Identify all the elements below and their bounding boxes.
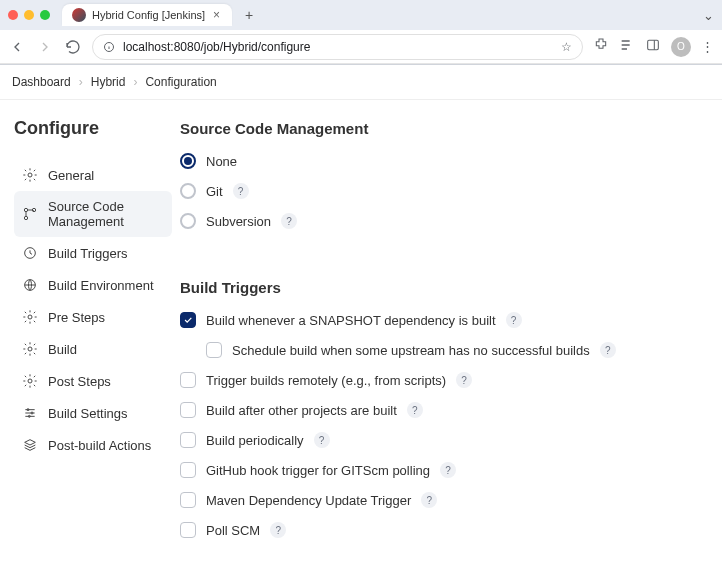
- sidebar-item-label: Build: [48, 342, 77, 357]
- checkbox-icon[interactable]: [180, 462, 196, 478]
- sliders-icon: [22, 405, 38, 421]
- checkbox-icon[interactable]: [180, 432, 196, 448]
- playlist-icon[interactable]: [619, 37, 635, 56]
- sidebar-item-label: Pre Steps: [48, 310, 105, 325]
- trigger-snapshot[interactable]: Build whenever a SNAPSHOT dependency is …: [180, 312, 702, 328]
- section-title-triggers: Build Triggers: [180, 279, 702, 296]
- help-icon[interactable]: ?: [421, 492, 437, 508]
- chevron-right-icon: ›: [133, 75, 137, 89]
- chevron-right-icon: ›: [79, 75, 83, 89]
- help-icon[interactable]: ?: [407, 402, 423, 418]
- radio-label: Git: [206, 184, 223, 199]
- checkbox-label: Schedule build when some upstream has no…: [232, 343, 590, 358]
- site-info-icon[interactable]: [103, 41, 115, 53]
- radio-icon[interactable]: [180, 183, 196, 199]
- browser-right-icons: O ⋮: [593, 37, 714, 57]
- content: Source Code Management None Git ? Subver…: [180, 100, 722, 574]
- help-icon[interactable]: ?: [270, 522, 286, 538]
- panel-icon[interactable]: [645, 37, 661, 56]
- trigger-remote[interactable]: Trigger builds remotely (e.g., from scri…: [180, 372, 702, 388]
- page-title: Configure: [14, 118, 172, 139]
- checkbox-icon[interactable]: [206, 342, 222, 358]
- sidebar-item-pre-steps[interactable]: Pre Steps: [14, 301, 172, 333]
- breadcrumb: Dashboard › Hybrid › Configuration: [0, 65, 722, 100]
- svg-point-2: [28, 173, 32, 177]
- trigger-maven[interactable]: Maven Dependency Update Trigger ?: [180, 492, 702, 508]
- radio-icon[interactable]: [180, 153, 196, 169]
- checkbox-icon[interactable]: [180, 492, 196, 508]
- sidebar-item-environment[interactable]: Build Environment: [14, 269, 172, 301]
- trigger-poll-scm[interactable]: Poll SCM ?: [180, 522, 702, 538]
- sidebar-item-build-settings[interactable]: Build Settings: [14, 397, 172, 429]
- bookmark-icon[interactable]: ☆: [561, 40, 572, 54]
- checkbox-label: Maven Dependency Update Trigger: [206, 493, 411, 508]
- checkbox-icon[interactable]: [180, 312, 196, 328]
- section-title-scm: Source Code Management: [180, 120, 702, 137]
- svg-point-10: [28, 379, 32, 383]
- forward-button: [36, 39, 54, 55]
- radio-label: Subversion: [206, 214, 271, 229]
- sidebar: Configure General Source Code Management…: [0, 100, 180, 574]
- sidebar-item-label: Post-build Actions: [48, 438, 151, 453]
- checkbox-icon[interactable]: [180, 402, 196, 418]
- sidebar-item-label: Build Settings: [48, 406, 128, 421]
- sidebar-item-triggers[interactable]: Build Triggers: [14, 237, 172, 269]
- close-window-icon[interactable]: [8, 10, 18, 20]
- branch-icon: [22, 206, 38, 222]
- svg-rect-1: [648, 40, 659, 49]
- checkbox-label: Trigger builds remotely (e.g., from scri…: [206, 373, 446, 388]
- svg-point-8: [28, 315, 32, 319]
- sidebar-item-post-build[interactable]: Post-build Actions: [14, 429, 172, 461]
- extensions-icon[interactable]: [593, 37, 609, 56]
- tab-bar: Hybrid Config [Jenkins] × + ⌄: [0, 0, 722, 30]
- svg-point-4: [24, 216, 27, 219]
- sidebar-item-scm[interactable]: Source Code Management: [14, 191, 172, 237]
- checkbox-label: Build after other projects are built: [206, 403, 397, 418]
- checkbox-icon[interactable]: [180, 372, 196, 388]
- radio-icon[interactable]: [180, 213, 196, 229]
- address-bar: localhost:8080/job/Hybrid/configure ☆ O …: [0, 30, 722, 64]
- maximize-window-icon[interactable]: [40, 10, 50, 20]
- scm-option-subversion[interactable]: Subversion ?: [180, 213, 702, 229]
- help-icon[interactable]: ?: [440, 462, 456, 478]
- help-icon[interactable]: ?: [456, 372, 472, 388]
- sidebar-item-general[interactable]: General: [14, 159, 172, 191]
- url-input[interactable]: localhost:8080/job/Hybrid/configure ☆: [92, 34, 583, 60]
- checkbox-icon[interactable]: [180, 522, 196, 538]
- trigger-github[interactable]: GitHub hook trigger for GITScm polling ?: [180, 462, 702, 478]
- sidebar-item-label: Build Triggers: [48, 246, 127, 261]
- sidebar-item-build[interactable]: Build: [14, 333, 172, 365]
- help-icon[interactable]: ?: [281, 213, 297, 229]
- checkbox-label: Build whenever a SNAPSHOT dependency is …: [206, 313, 496, 328]
- breadcrumb-item[interactable]: Dashboard: [12, 75, 71, 89]
- scm-option-git[interactable]: Git ?: [180, 183, 702, 199]
- checkbox-label: Poll SCM: [206, 523, 260, 538]
- scm-option-none[interactable]: None: [180, 153, 702, 169]
- help-icon[interactable]: ?: [314, 432, 330, 448]
- trigger-after-others[interactable]: Build after other projects are built ?: [180, 402, 702, 418]
- browser-chrome: Hybrid Config [Jenkins] × + ⌄ localhost:…: [0, 0, 722, 65]
- tabs-dropdown-icon[interactable]: ⌄: [703, 8, 714, 23]
- reload-button[interactable]: [64, 39, 82, 55]
- profile-avatar[interactable]: O: [671, 37, 691, 57]
- help-icon[interactable]: ?: [233, 183, 249, 199]
- svg-point-3: [24, 208, 27, 211]
- back-button[interactable]: [8, 39, 26, 55]
- close-tab-icon[interactable]: ×: [211, 8, 222, 22]
- sidebar-item-label: General: [48, 168, 94, 183]
- new-tab-button[interactable]: +: [238, 4, 260, 26]
- radio-label: None: [206, 154, 237, 169]
- breadcrumb-item[interactable]: Hybrid: [91, 75, 126, 89]
- trigger-schedule-upstream[interactable]: Schedule build when some upstream has no…: [206, 342, 702, 358]
- sidebar-item-label: Post Steps: [48, 374, 111, 389]
- sidebar-item-post-steps[interactable]: Post Steps: [14, 365, 172, 397]
- minimize-window-icon[interactable]: [24, 10, 34, 20]
- svg-point-9: [28, 347, 32, 351]
- browser-tab[interactable]: Hybrid Config [Jenkins] ×: [62, 4, 232, 26]
- help-icon[interactable]: ?: [600, 342, 616, 358]
- browser-menu-icon[interactable]: ⋮: [701, 39, 714, 54]
- trigger-periodic[interactable]: Build periodically ?: [180, 432, 702, 448]
- help-icon[interactable]: ?: [506, 312, 522, 328]
- breadcrumb-item[interactable]: Configuration: [145, 75, 216, 89]
- gear-icon: [22, 373, 38, 389]
